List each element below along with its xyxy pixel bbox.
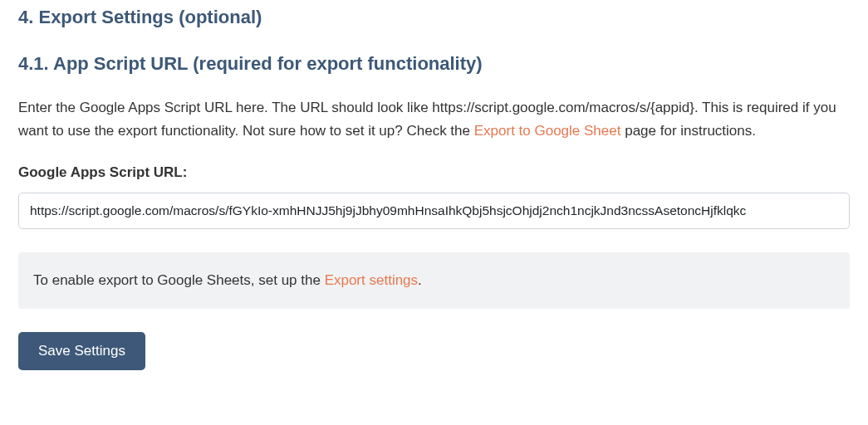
- apps-script-url-label: Google Apps Script URL:: [18, 164, 850, 181]
- subsection-heading: 4.1. App Script URL (required for export…: [18, 53, 850, 75]
- export-guide-link[interactable]: Export to Google Sheet: [474, 123, 621, 139]
- notice-part1: To enable export to Google Sheets, set u…: [33, 272, 325, 288]
- export-settings-link[interactable]: Export settings: [325, 272, 418, 288]
- export-notice: To enable export to Google Sheets, set u…: [18, 252, 850, 309]
- apps-script-url-input[interactable]: [18, 193, 850, 229]
- description-text: Enter the Google Apps Script URL here. T…: [18, 96, 850, 143]
- section-heading: 4. Export Settings (optional): [18, 7, 850, 28]
- description-part2: page for instructions.: [620, 123, 756, 139]
- save-settings-button[interactable]: Save Settings: [18, 332, 145, 370]
- notice-part2: .: [418, 272, 422, 288]
